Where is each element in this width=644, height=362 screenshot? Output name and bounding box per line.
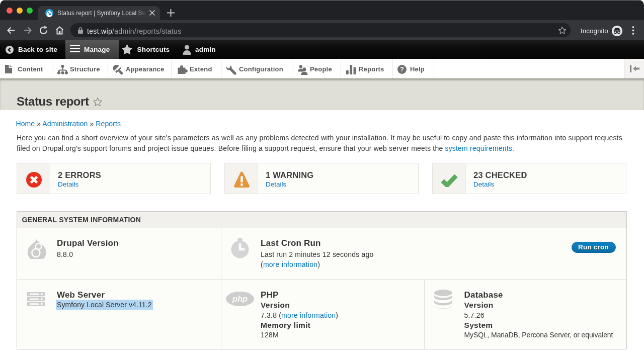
svg-text:?: ? xyxy=(400,66,404,73)
svg-text:php: php xyxy=(231,294,247,303)
